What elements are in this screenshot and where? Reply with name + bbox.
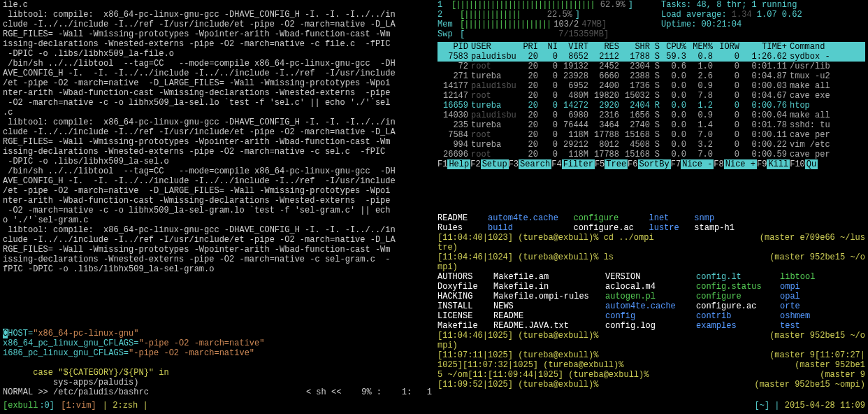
process-row[interactable]: 72 root 20 0 19132 2452 2304 S 0.6 1.0 0… (437, 62, 865, 71)
tmux-window-vim[interactable]: [1:vim] (61, 401, 96, 411)
process-row[interactable]: 7584 root 20 0 118M 17788 15168 S 0.0 7.… (437, 130, 865, 140)
clock: 2015-04-28 11:09 (780, 401, 865, 411)
compile-output-pane: ile.c libtool: compile: x86_64-pc-linux-… (0, 0, 435, 329)
fn-tree[interactable]: Tree (605, 159, 628, 169)
process-row[interactable]: 994 tureba 20 0 29212 8012 4508 S 0.0 3.… (437, 140, 865, 150)
fn-search[interactable]: Search (519, 159, 551, 169)
function-keys-bar[interactable]: F1Help F2Setup F3SearchF4FilterF5Tree F6… (437, 159, 865, 169)
process-row[interactable]: 14177 paludisbu 20 0 6952 2400 1736 S 0.… (437, 81, 865, 91)
fn-qu[interactable]: Qu (805, 159, 818, 169)
fn-nice +[interactable]: Nice + (724, 159, 757, 169)
cpu-meters: 1[|||||||||||||||||||||||||||||||| 62.9%… (437, 0, 633, 39)
fn-setup[interactable]: Setup (481, 159, 509, 169)
fn-filter[interactable]: Filter (562, 159, 595, 169)
fn-help[interactable]: Help (447, 159, 470, 169)
system-stats: Tasks: 48, 8 thr; 1 running Load average… (661, 0, 865, 39)
shell-pane[interactable]: README autom4te.cache configure lnet snm… (435, 213, 868, 399)
process-row[interactable]: 26696 root 20 0 118M 17788 15168 S 0.0 7… (437, 150, 865, 159)
fn-kill[interactable]: Kill (767, 159, 790, 169)
fn-nice -[interactable]: Nice - (681, 159, 714, 169)
vim-mode: NORMAL (3, 387, 38, 397)
process-row[interactable]: 14030 paludisbu 20 0 6980 2316 1656 S 0.… (437, 110, 865, 120)
process-row[interactable]: 235 tureba 20 0 76444 3464 2740 S 0.0 1.… (437, 120, 865, 130)
process-row[interactable]: 12147 root 20 0 480M 19820 15032 S 0.0 7… (437, 91, 865, 101)
process-table[interactable]: PIDUSERPRINIVIRTRESSHRSCPU%MEM%IORWTIME+… (437, 42, 865, 159)
vim-position: < sh << 9% : 1: 1 (306, 387, 432, 397)
tmux-window-zsh[interactable]: | 2:zsh | (103, 401, 148, 411)
htop-pane[interactable]: 1[|||||||||||||||||||||||||||||||| 62.9%… (435, 0, 868, 213)
fn-sortby[interactable]: SortBy (638, 159, 671, 169)
process-row[interactable]: 16659 tureba 20 0 14272 2920 2404 R 0.0 … (437, 101, 865, 110)
process-row[interactable]: 7583 paludisbu 20 0 8652 2112 1788 S 59.… (437, 52, 865, 62)
vim-pane[interactable]: CHOST="x86_64-pc-linux-gnu" x86_64_pc_li… (0, 329, 435, 399)
process-row[interactable]: 271 tureba 20 0 23928 6660 2388 S 0.0 2.… (437, 71, 865, 81)
tmux-status-bar[interactable]: [exbull:0] [1:vim] | 2:zsh | [~] | 2015-… (0, 399, 868, 413)
